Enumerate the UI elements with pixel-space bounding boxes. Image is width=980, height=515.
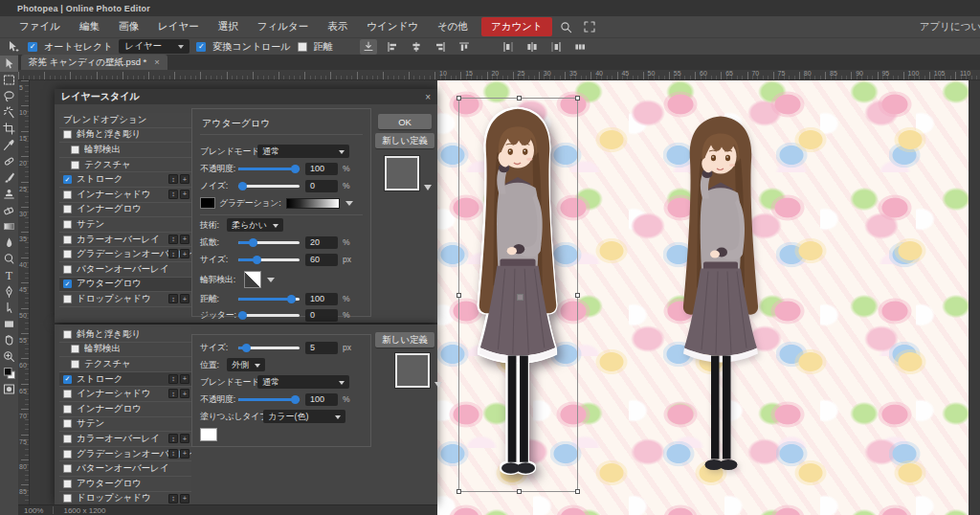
size-slider[interactable] xyxy=(238,258,300,261)
menu-item-view[interactable]: 表示 xyxy=(318,17,357,36)
tool-crop[interactable] xyxy=(0,121,18,137)
contour-thumbnail[interactable] xyxy=(244,271,261,288)
target-select[interactable]: レイヤー xyxy=(119,39,189,54)
effect-checkbox[interactable] xyxy=(63,464,72,473)
tool-zoom[interactable] xyxy=(0,348,18,365)
effect-add-button[interactable]: + xyxy=(180,374,189,384)
effect-checkbox[interactable] xyxy=(71,360,79,369)
effect-add-button[interactable]: + xyxy=(180,494,189,504)
noise-value[interactable]: 0 xyxy=(305,180,338,192)
effect-checkbox[interactable] xyxy=(63,330,72,339)
effect-checkbox[interactable] xyxy=(63,435,72,443)
effect-row[interactable]: 斜角と浮き彫り xyxy=(59,327,191,343)
effect-row[interactable]: ✓ストローク↕+ xyxy=(59,372,191,388)
effect-row[interactable]: グラデーションオーバーレイ↕+ xyxy=(59,247,191,262)
snap-to-edge-icon[interactable] xyxy=(360,39,377,55)
tool-pen[interactable] xyxy=(0,283,18,300)
menu-item-more[interactable]: その他 xyxy=(428,17,478,36)
tool-blur[interactable] xyxy=(0,235,18,251)
distance-checkbox[interactable] xyxy=(298,42,307,52)
quick-mask[interactable] xyxy=(0,381,18,397)
stroke-size-slider[interactable] xyxy=(238,347,300,349)
align-center-h-icon[interactable] xyxy=(408,39,425,55)
effect-checkbox[interactable] xyxy=(63,205,72,213)
stroke-blend-select[interactable]: 通常 xyxy=(257,375,349,389)
spread-value[interactable]: 20 xyxy=(305,236,338,249)
menu-item-image[interactable]: 画像 xyxy=(109,17,148,36)
blend-mode-select[interactable]: 通常 xyxy=(257,145,349,158)
effect-reorder-button[interactable]: ↕ xyxy=(168,389,178,398)
effect-checkbox[interactable]: ✓ xyxy=(63,175,72,184)
effect-checkbox[interactable] xyxy=(63,235,72,244)
tool-rectangle-select[interactable] xyxy=(0,72,18,88)
effect-row[interactable]: ブレンドオプション xyxy=(59,113,191,128)
new-style-button-2[interactable]: 新しい定義 xyxy=(375,332,434,347)
distribute-left-icon[interactable] xyxy=(500,39,517,55)
jitter-value[interactable]: 0 xyxy=(305,309,338,322)
handle-ne[interactable] xyxy=(575,96,580,101)
effect-row[interactable]: サテン xyxy=(59,417,191,433)
handle-n[interactable] xyxy=(517,96,522,101)
spread-slider[interactable] xyxy=(238,241,300,244)
effect-checkbox[interactable] xyxy=(63,480,72,488)
effect-checkbox[interactable] xyxy=(63,250,72,258)
transform-reference-point[interactable] xyxy=(517,294,523,301)
handle-w[interactable] xyxy=(457,293,461,298)
effect-reorder-button[interactable]: ↕ xyxy=(168,374,178,384)
tool-healing[interactable] xyxy=(0,153,18,169)
menu-item-layer[interactable]: レイヤー xyxy=(148,17,209,36)
effect-row[interactable]: パターンオーバーレイ xyxy=(59,461,191,477)
effect-row[interactable]: インナーシャドウ↕+ xyxy=(59,387,191,402)
tab-close-icon[interactable]: × xyxy=(154,57,160,67)
size-value[interactable]: 60 xyxy=(305,254,338,266)
tool-eraser[interactable] xyxy=(0,202,18,218)
gradient-picker-arrow[interactable] xyxy=(345,201,353,210)
effect-row[interactable]: グラデーションオーバーレイ↕+ xyxy=(59,447,191,462)
effect-checkbox[interactable] xyxy=(63,220,72,229)
handle-sw[interactable] xyxy=(457,489,461,494)
tool-hand[interactable] xyxy=(0,332,18,348)
effect-row[interactable]: テクスチャ xyxy=(59,158,191,173)
effect-row[interactable]: インナーシャドウ↕+ xyxy=(59,188,191,203)
search-icon[interactable] xyxy=(558,19,575,34)
style-preview-swatch-2[interactable] xyxy=(395,353,430,388)
document-tab[interactable]: 茶筅 キャンディの壁紙.psd * × xyxy=(21,55,167,70)
effect-add-button[interactable]: + xyxy=(180,174,189,184)
tool-eyedropper[interactable] xyxy=(0,137,18,153)
handle-nw[interactable] xyxy=(457,96,461,101)
effect-row[interactable]: カラーオーバーレイ↕+ xyxy=(59,432,191,447)
tool-type[interactable]: T xyxy=(0,267,18,283)
effect-row[interactable]: テクスチャ xyxy=(59,357,191,372)
effect-row[interactable]: インナーグロウ xyxy=(59,402,191,417)
effect-checkbox[interactable] xyxy=(71,345,79,353)
effect-reorder-button[interactable]: ↕ xyxy=(168,174,178,184)
effect-reorder-button[interactable]: ↕ xyxy=(168,494,178,504)
effect-add-button[interactable]: + xyxy=(180,389,189,398)
effect-checkbox[interactable] xyxy=(63,405,72,414)
menu-item-edit[interactable]: 編集 xyxy=(70,17,109,36)
effect-row[interactable]: ドロップシャドウ↕+ xyxy=(59,292,191,307)
effect-add-button[interactable]: + xyxy=(180,190,189,199)
distribute-center-h-icon[interactable] xyxy=(523,39,541,55)
effect-reorder-button[interactable]: ↕ xyxy=(168,434,178,443)
tool-magic-wand[interactable] xyxy=(0,104,18,121)
distribute-gaps-icon[interactable] xyxy=(571,39,589,55)
stroke-position-select[interactable]: 外側 xyxy=(227,358,265,371)
transform-checkbox[interactable]: ✓ xyxy=(196,42,206,52)
about-link[interactable]: アプリについて xyxy=(920,20,980,34)
autoselect-checkbox[interactable]: ✓ xyxy=(28,42,37,52)
effect-checkbox[interactable] xyxy=(63,450,72,459)
effect-checkbox[interactable] xyxy=(63,190,72,199)
tool-clone-stamp[interactable] xyxy=(0,186,18,202)
transform-bounding-box[interactable] xyxy=(458,98,578,492)
handle-se[interactable] xyxy=(575,489,580,494)
style-preview-swatch[interactable] xyxy=(385,156,419,190)
effect-row[interactable]: パターンオーバーレイ xyxy=(59,262,191,278)
technique-select[interactable]: 柔らかい xyxy=(227,218,283,232)
tool-brush[interactable] xyxy=(0,169,18,186)
effect-checkbox[interactable] xyxy=(63,265,72,274)
effect-checkbox[interactable]: ✓ xyxy=(63,375,72,384)
menu-item-select[interactable]: 選択 xyxy=(209,17,248,36)
effect-checkbox[interactable] xyxy=(71,161,79,169)
stroke-opacity-value[interactable]: 100 xyxy=(305,393,338,406)
